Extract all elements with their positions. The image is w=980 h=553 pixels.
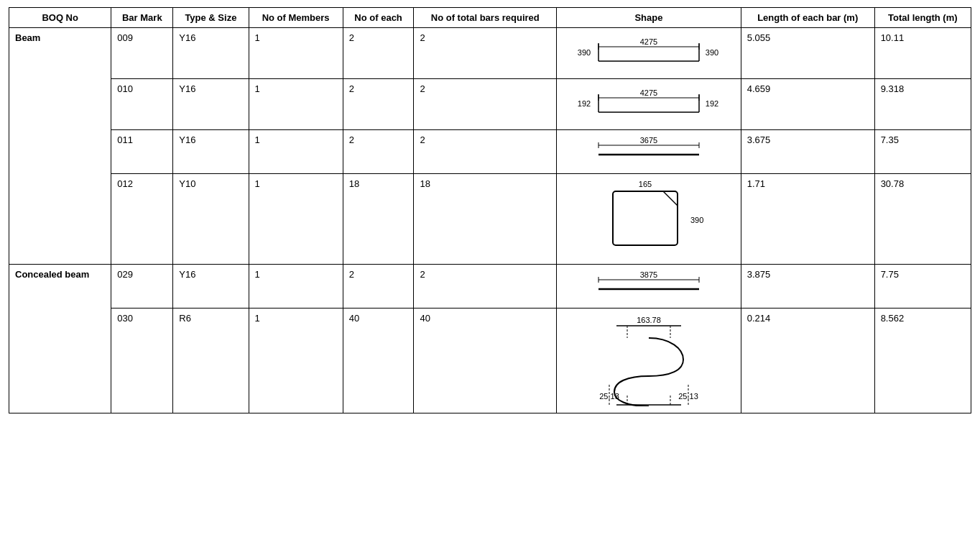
svg-text:192: 192 — [578, 99, 591, 108]
no-each-010: 2 — [343, 79, 414, 130]
shape-012: 165 390 — [557, 174, 741, 265]
table-row: 010 Y16 1 2 2 4275 192 — [9, 79, 971, 130]
table-row: 012 Y10 1 18 18 165 390 — [9, 174, 971, 265]
bar-mark-030: 030 — [111, 309, 173, 413]
table-row: Concealed beam 029 Y16 1 2 2 3875 3.8 — [9, 265, 971, 309]
type-size-012: Y10 — [173, 174, 249, 265]
shape-030: 163.78 25.13 25.13 — [557, 309, 741, 413]
main-table-wrapper: BOQ No Bar Mark Type & Size No of Member… — [9, 7, 971, 413]
no-members-029: 1 — [249, 265, 343, 309]
header-no-each: No of each — [343, 8, 414, 28]
no-each-012: 18 — [343, 174, 414, 265]
shape-009: 4275 390 390 — [557, 28, 741, 79]
no-each-011: 2 — [343, 130, 414, 174]
no-members-011: 1 — [249, 130, 343, 174]
type-size-009: Y16 — [173, 28, 249, 79]
no-total-030: 40 — [414, 309, 557, 413]
shape-svg-012: 165 390 — [577, 178, 721, 257]
header-length-each: Length of each bar (m) — [741, 8, 874, 28]
type-size-029: Y16 — [173, 265, 249, 309]
table-row: 030 R6 1 40 40 163.78 — [9, 309, 971, 413]
bar-mark-011: 011 — [111, 130, 173, 174]
shape-svg-011: 3675 — [577, 134, 721, 167]
bar-mark-029: 029 — [111, 265, 173, 309]
svg-text:165: 165 — [639, 180, 652, 188]
shape-011: 3675 — [557, 130, 741, 174]
total-length-012: 30.78 — [874, 174, 971, 265]
shape-svg-009: 4275 390 390 — [577, 32, 721, 72]
no-members-010: 1 — [249, 79, 343, 130]
svg-text:4275: 4275 — [640, 88, 657, 97]
length-each-012: 1.71 — [741, 174, 874, 265]
svg-text:3875: 3875 — [640, 270, 657, 279]
svg-text:390: 390 — [690, 216, 703, 224]
no-each-009: 2 — [343, 28, 414, 79]
length-each-010: 4.659 — [741, 79, 874, 130]
header-shape: Shape — [557, 8, 741, 28]
no-total-009: 2 — [414, 28, 557, 79]
no-total-012: 18 — [414, 174, 557, 265]
header-total-length: Total length (m) — [874, 8, 971, 28]
total-length-011: 7.35 — [874, 130, 971, 174]
header-type-size: Type & Size — [173, 8, 249, 28]
svg-text:390: 390 — [706, 48, 718, 57]
no-each-029: 2 — [343, 265, 414, 309]
total-length-030: 8.562 — [874, 309, 971, 413]
total-length-029: 7.75 — [874, 265, 971, 309]
table-row: Beam 009 Y16 1 2 2 — [9, 28, 971, 79]
header-no-total: No of total bars required — [414, 8, 557, 28]
no-members-030: 1 — [249, 309, 343, 413]
shape-010: 4275 192 192 — [557, 79, 741, 130]
bar-mark-012: 012 — [111, 174, 173, 265]
bar-mark-010: 010 — [111, 79, 173, 130]
shape-svg-030: 163.78 25.13 25.13 — [577, 313, 721, 406]
table-row: 011 Y16 1 2 2 3675 — [9, 130, 971, 174]
svg-text:163.78: 163.78 — [637, 316, 661, 324]
length-each-011: 3.675 — [741, 130, 874, 174]
header-no-members: No of Members — [249, 8, 343, 28]
type-size-030: R6 — [173, 309, 249, 413]
length-each-029: 3.875 — [741, 265, 874, 309]
shape-svg-010: 4275 192 192 — [577, 83, 721, 123]
boq-table: BOQ No Bar Mark Type & Size No of Member… — [9, 7, 971, 413]
no-members-009: 1 — [249, 28, 343, 79]
no-total-011: 2 — [414, 130, 557, 174]
section-label-concealed-beam: Concealed beam — [9, 265, 111, 413]
shape-svg-029: 3875 — [577, 269, 721, 301]
header-bar-mark: Bar Mark — [111, 8, 173, 28]
svg-text:3675: 3675 — [640, 136, 657, 145]
no-each-030: 40 — [343, 309, 414, 413]
total-length-010: 9.318 — [874, 79, 971, 130]
svg-text:192: 192 — [706, 99, 718, 108]
svg-line-25 — [663, 191, 678, 206]
bar-mark-009: 009 — [111, 28, 173, 79]
no-total-029: 2 — [414, 265, 557, 309]
length-each-030: 0.214 — [741, 309, 874, 413]
no-total-010: 2 — [414, 79, 557, 130]
type-size-011: Y16 — [173, 130, 249, 174]
section-label-beam: Beam — [9, 28, 111, 265]
header-boq-no: BOQ No — [9, 8, 111, 28]
svg-text:4275: 4275 — [640, 37, 657, 46]
type-size-010: Y16 — [173, 79, 249, 130]
shape-029: 3875 — [557, 265, 741, 309]
svg-text:390: 390 — [578, 48, 591, 57]
total-length-009: 10.11 — [874, 28, 971, 79]
no-members-012: 1 — [249, 174, 343, 265]
svg-rect-24 — [613, 191, 678, 245]
length-each-009: 5.055 — [741, 28, 874, 79]
